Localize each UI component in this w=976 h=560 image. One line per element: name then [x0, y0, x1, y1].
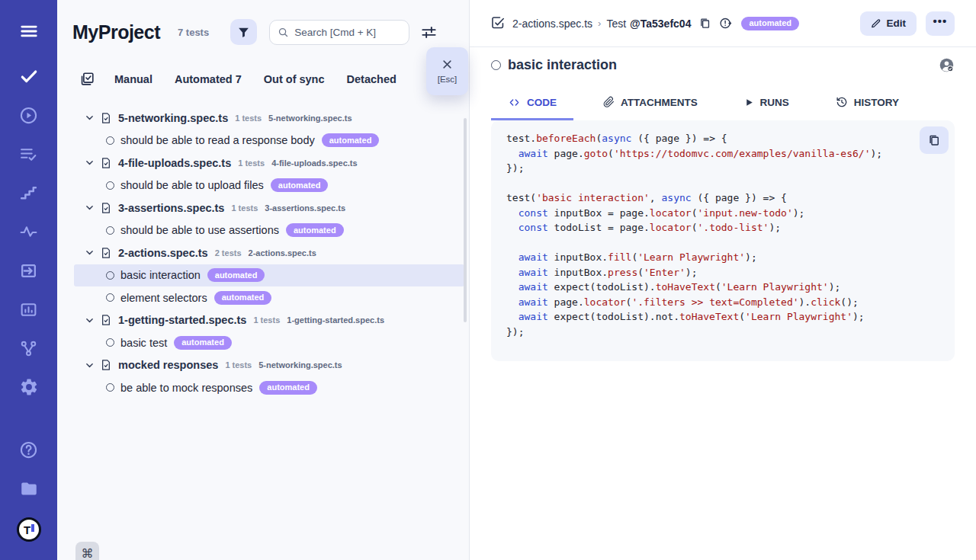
- filter-tab-automated[interactable]: Automated 7: [175, 73, 242, 85]
- automated-badge: automated: [322, 133, 380, 147]
- tab-code[interactable]: CODE: [491, 89, 573, 120]
- detail-actions: Edit •••: [860, 11, 955, 36]
- filter-tab-manual[interactable]: Manual: [114, 73, 152, 85]
- help-icon[interactable]: [19, 440, 39, 459]
- tab-runs[interactable]: RUNS: [727, 89, 806, 120]
- analytics-icon[interactable]: [19, 299, 39, 319]
- code-line: test('basic interaction', async ({ page …: [506, 190, 939, 206]
- display-settings-icon[interactable]: [420, 24, 438, 41]
- spec-file-name: 4-file-uploads.spec.ts: [118, 157, 231, 169]
- test-row[interactable]: element selectorsautomated: [74, 286, 464, 309]
- chevron-down-icon[interactable]: [85, 113, 95, 123]
- steps-icon[interactable]: [19, 183, 39, 203]
- chevron-down-icon[interactable]: [85, 248, 95, 258]
- code-line: [506, 235, 939, 251]
- test-row[interactable]: basic testautomated: [74, 331, 464, 354]
- spec-file-row[interactable]: 3-assertions.spec.ts1 tests3-assertions.…: [74, 197, 464, 219]
- spec-file-name: 1-getting-started.spec.ts: [118, 314, 246, 326]
- history-icon: [836, 96, 848, 108]
- test-status-circle-icon: [491, 60, 501, 70]
- spec-file-path: 5-networking.spec.ts: [258, 360, 342, 370]
- spec-file-icon: [100, 247, 112, 259]
- chevron-down-icon[interactable]: [85, 360, 95, 370]
- filter-tab-out-of-sync[interactable]: Out of sync: [264, 73, 325, 85]
- search-icon: [278, 27, 289, 38]
- code-line: [506, 176, 939, 191]
- code-block: test.beforeEach(async ({ page }) => { aw…: [491, 120, 955, 361]
- close-filter-popup[interactable]: [Esc]: [426, 47, 468, 95]
- spec-file-row[interactable]: mocked responses1 tests5-networking.spec…: [74, 354, 464, 377]
- tab-history[interactable]: HISTORY: [819, 89, 916, 120]
- menu-icon[interactable]: [19, 21, 39, 41]
- icon-rail: T: [0, 0, 57, 560]
- breadcrumb: 2-actions.spec.ts › Test @Ta53efc04 auto…: [491, 16, 799, 30]
- detail-header: 2-actions.spec.ts › Test @Ta53efc04 auto…: [470, 0, 976, 47]
- search-box[interactable]: [269, 20, 409, 45]
- esc-hint: [Esc]: [438, 75, 458, 84]
- spec-file-path: 5-networking.spec.ts: [268, 114, 352, 123]
- test-row[interactable]: basic interactionautomated: [74, 264, 464, 287]
- settings-gear-icon[interactable]: [19, 377, 39, 397]
- assignee-avatar[interactable]: [939, 57, 955, 73]
- select-all-icon[interactable]: [79, 71, 95, 88]
- tests-check-icon[interactable]: [19, 66, 39, 86]
- test-row[interactable]: should be able to use assertionsautomate…: [74, 219, 464, 242]
- play-circle-icon[interactable]: [19, 105, 39, 125]
- detail-body: basic interaction CODEATTACHMENTSRUNSHIS…: [470, 47, 976, 560]
- automated-badge: automated: [271, 178, 329, 192]
- tab-attachments[interactable]: ATTACHMENTS: [586, 89, 714, 120]
- copy-id-icon[interactable]: [698, 17, 711, 30]
- automated-badge: automated: [259, 381, 317, 395]
- tests-count: 7 tests: [178, 27, 209, 38]
- detail-tabs: CODEATTACHMENTSRUNSHISTORY: [491, 89, 916, 120]
- spec-test-count: 1 tests: [225, 360, 252, 370]
- breadcrumb-test-label: Test: [606, 18, 626, 30]
- spec-test-count: 1 tests: [238, 158, 265, 168]
- task-check-icon: [491, 16, 506, 30]
- copy-code-button[interactable]: [920, 126, 949, 154]
- test-title: basic interaction: [508, 57, 617, 73]
- automated-badge: automated: [214, 291, 272, 305]
- filter-tab-detached[interactable]: Detached: [347, 73, 396, 85]
- logo-icon[interactable]: T: [17, 517, 41, 542]
- code-line: const todoList = page.locator('.todo-lis…: [506, 220, 939, 235]
- project-title: MyProject: [72, 21, 160, 43]
- chevron-down-icon[interactable]: [85, 158, 95, 168]
- tests-panel: MyProject 7 tests Manual Autom: [57, 0, 469, 560]
- spec-file-row[interactable]: 5-networking.spec.ts1 tests5-networking.…: [74, 107, 464, 130]
- code-lines[interactable]: test.beforeEach(async ({ page }) => { aw…: [506, 131, 939, 339]
- spec-file-name: mocked responses: [118, 359, 218, 371]
- test-title-row: basic interaction: [491, 57, 955, 73]
- spec-file-row[interactable]: 4-file-uploads.spec.ts1 tests4-file-uplo…: [74, 152, 464, 174]
- sync-status-icon[interactable]: [719, 17, 732, 30]
- status-badge: automated: [741, 17, 799, 30]
- test-row[interactable]: should be able to upload filesautomated: [74, 174, 464, 197]
- breadcrumb-file[interactable]: 2-actions.spec.ts: [512, 18, 592, 30]
- close-icon: [441, 59, 453, 70]
- spec-file-name: 2-actions.spec.ts: [118, 247, 208, 259]
- test-label: basic interaction: [120, 269, 201, 281]
- spec-file-row[interactable]: 2-actions.spec.ts2 tests2-actions.spec.t…: [74, 242, 464, 264]
- code-line: await page.locator('.filters >> text=Com…: [506, 295, 939, 310]
- edit-button[interactable]: Edit: [860, 11, 917, 36]
- branches-icon[interactable]: [19, 338, 39, 358]
- test-id[interactable]: @Ta53efc04: [630, 18, 691, 30]
- test-row[interactable]: be able to mock responsesautomated: [74, 376, 464, 399]
- playlist-check-icon[interactable]: [19, 144, 39, 164]
- tree-scrollbar[interactable]: [464, 118, 467, 322]
- spec-file-row[interactable]: 1-getting-started.spec.ts1 tests1-gettin…: [74, 309, 464, 332]
- activity-icon[interactable]: [19, 222, 39, 242]
- import-icon[interactable]: [19, 261, 39, 280]
- test-detail-panel: 2-actions.spec.ts › Test @Ta53efc04 auto…: [469, 0, 976, 560]
- filter-button[interactable]: [230, 19, 257, 45]
- chevron-down-icon[interactable]: [85, 315, 95, 325]
- spec-test-count: 1 tests: [253, 315, 280, 325]
- spec-file-path: 3-assertions.spec.ts: [265, 203, 345, 213]
- more-options-button[interactable]: •••: [926, 11, 955, 36]
- code-icon: [508, 97, 521, 108]
- test-row[interactable]: should be able to read a response bodyau…: [74, 130, 464, 152]
- folder-icon[interactable]: [19, 478, 39, 498]
- search-input[interactable]: [294, 27, 401, 38]
- chevron-down-icon[interactable]: [85, 203, 95, 213]
- test-tree: 5-networking.spec.ts1 tests5-networking.…: [74, 107, 464, 399]
